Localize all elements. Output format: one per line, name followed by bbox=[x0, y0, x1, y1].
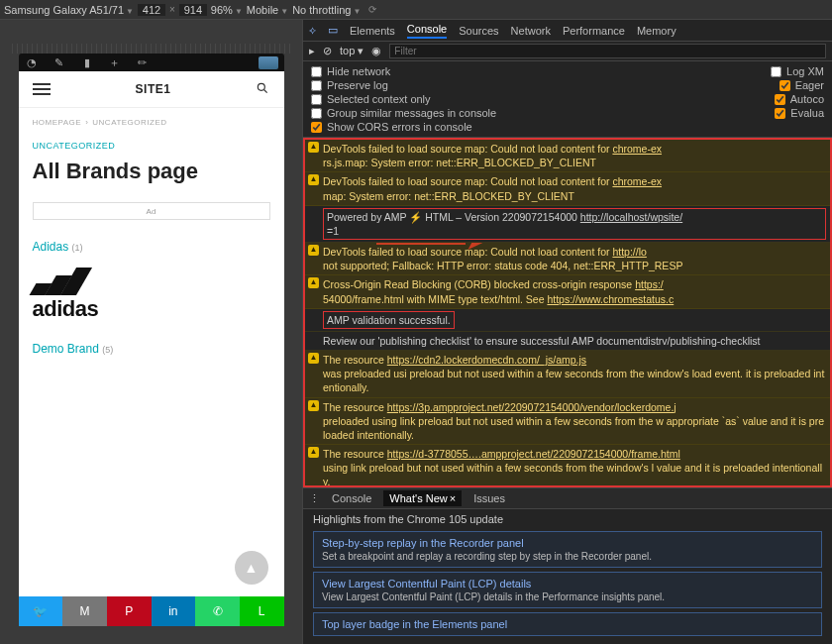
console-message: ▲The resource https://cdn2.lockerdomecdn… bbox=[305, 351, 830, 398]
kebab-icon[interactable]: ⋮ bbox=[309, 492, 320, 505]
device-toolbar: Samsung Galaxy A51/71▼ × 96%▼ Mobile▼ No… bbox=[0, 0, 832, 20]
svg-point-0 bbox=[259, 83, 265, 90]
tab-network[interactable]: Network bbox=[511, 25, 551, 37]
devtools-panel: ⟡ ▭ Elements Console Sources Network Per… bbox=[302, 20, 832, 644]
inspect-icon[interactable]: ⟡ bbox=[309, 24, 316, 37]
console-options: Hide networkLog XMPreserve logEagerSelec… bbox=[303, 61, 832, 138]
tab-console[interactable]: Console bbox=[407, 23, 447, 39]
drawer-tabs: ⋮ Console What's New× Issues bbox=[303, 487, 832, 509]
drawer-issues[interactable]: Issues bbox=[473, 492, 505, 504]
category-label[interactable]: UNCATEGORIZED bbox=[19, 127, 284, 155]
brand-item: Adidas (1) bbox=[19, 230, 284, 258]
console-message: ▲The resource https://3p.ampproject.net/… bbox=[305, 398, 830, 446]
devtools-tabs: ⟡ ▭ Elements Console Sources Network Per… bbox=[303, 20, 832, 42]
drawer-console[interactable]: Console bbox=[332, 492, 371, 504]
console-message: ▲DevTools failed to load source map: Cou… bbox=[305, 243, 830, 275]
height-input[interactable] bbox=[179, 4, 207, 16]
tab-elements[interactable]: Elements bbox=[350, 25, 395, 37]
whatsnew-card[interactable]: View Largest Contentful Paint (LCP) deta… bbox=[313, 572, 822, 608]
console-option[interactable]: Eager bbox=[780, 79, 824, 91]
tab-memory[interactable]: Memory bbox=[637, 25, 676, 37]
line-icon[interactable]: L bbox=[240, 596, 284, 626]
menu-icon[interactable] bbox=[33, 83, 51, 95]
whatsnew-card[interactable]: Top layer badge in the Elements panel bbox=[313, 612, 822, 636]
console-option[interactable]: Hide network bbox=[311, 65, 390, 77]
plus-icon[interactable]: ＋ bbox=[108, 55, 122, 69]
page-title: All Brands page bbox=[19, 155, 284, 192]
social-bar: 🐦 M P in ✆ L bbox=[19, 596, 284, 626]
mode-select[interactable]: Mobile▼ bbox=[247, 4, 288, 16]
site-title: SITE1 bbox=[136, 82, 171, 96]
console-message: ▲DevTools failed to load source map: Cou… bbox=[305, 140, 830, 172]
search-icon[interactable] bbox=[256, 81, 269, 97]
scroll-top-button[interactable]: ▲ bbox=[235, 551, 268, 585]
comment-icon[interactable]: ▮ bbox=[80, 55, 94, 69]
sidebar-icon[interactable]: ▸ bbox=[309, 45, 315, 57]
whatsapp-icon[interactable]: ✆ bbox=[195, 596, 240, 626]
brush-icon[interactable]: ✎ bbox=[52, 55, 66, 69]
console-option[interactable]: Log XM bbox=[771, 65, 824, 77]
console-message: Powered by AMP ⚡ HTML – Version 22090721… bbox=[305, 206, 830, 243]
whatsnew-card[interactable]: Step-by-step replay in the Recorder pane… bbox=[313, 531, 822, 568]
gmail-icon[interactable]: M bbox=[62, 596, 107, 626]
console-messages: ▲DevTools failed to load source map: Cou… bbox=[303, 138, 832, 487]
preview-thumb[interactable] bbox=[259, 56, 278, 69]
tab-performance[interactable]: Performance bbox=[563, 25, 625, 37]
console-message: AMP validation successful. bbox=[305, 309, 830, 332]
device-mode-icon[interactable]: ▭ bbox=[328, 24, 338, 37]
device-preview: ◔ ✎ ▮ ＋ ✏ SITE1 HOMEPAGE›UNCATEGORIZED U… bbox=[0, 20, 302, 644]
ruler bbox=[12, 44, 291, 54]
console-toolbar: ▸ ⊘ top ▾ ◉ bbox=[303, 42, 832, 61]
whatsnew-heading: Highlights from the Chrome 105 update bbox=[313, 513, 822, 525]
rotate-icon[interactable]: ⟳ bbox=[368, 4, 376, 15]
console-option[interactable]: Selected context only bbox=[311, 93, 431, 105]
device-select[interactable]: Samsung Galaxy A51/71▼ bbox=[4, 4, 134, 16]
console-option[interactable]: Show CORS errors in console bbox=[311, 121, 472, 133]
console-option[interactable]: Autoco bbox=[775, 93, 824, 105]
breadcrumb: HOMEPAGE›UNCATEGORIZED bbox=[19, 108, 284, 127]
mobile-viewport: SITE1 HOMEPAGE›UNCATEGORIZED UNCATEGORIZ… bbox=[19, 71, 284, 626]
console-option[interactable]: Evalua bbox=[775, 107, 824, 119]
preview-toolbar: ◔ ✎ ▮ ＋ ✏ bbox=[19, 54, 284, 71]
zoom-select[interactable]: 96%▼ bbox=[211, 4, 243, 16]
brand-item: Demo Brand (5) bbox=[19, 332, 284, 360]
brand-logo: adidas bbox=[19, 258, 284, 332]
eye-icon[interactable]: ◉ bbox=[371, 45, 381, 57]
pencil-icon[interactable]: ✏ bbox=[136, 55, 150, 69]
drawer-whatsnew[interactable]: What's New× bbox=[383, 490, 462, 506]
console-message: ▲DevTools failed to load source map: Cou… bbox=[305, 172, 830, 205]
console-message: Review our 'publishing checklist' to ens… bbox=[305, 332, 830, 351]
pinterest-icon[interactable]: P bbox=[107, 596, 152, 626]
gauge-icon[interactable]: ◔ bbox=[25, 55, 39, 69]
console-message: ▲The resource https://d-3778055….ampproj… bbox=[305, 445, 830, 487]
clear-icon[interactable]: ⊘ bbox=[323, 45, 332, 57]
svg-line-1 bbox=[264, 90, 267, 93]
tab-sources[interactable]: Sources bbox=[459, 25, 498, 37]
whatsnew-panel: Highlights from the Chrome 105 update St… bbox=[303, 509, 832, 644]
ad-placeholder: Ad bbox=[33, 202, 270, 220]
console-option[interactable]: Group similar messages in console bbox=[311, 107, 496, 119]
linkedin-icon[interactable]: in bbox=[152, 596, 196, 626]
twitter-icon[interactable]: 🐦 bbox=[19, 596, 63, 626]
throttle-select[interactable]: No throttling▼ bbox=[292, 4, 361, 16]
context-select[interactable]: top ▾ bbox=[340, 45, 364, 57]
console-message: ▲Cross-Origin Read Blocking (CORB) block… bbox=[305, 275, 830, 308]
filter-input[interactable] bbox=[389, 44, 826, 58]
console-option[interactable]: Preserve log bbox=[311, 79, 388, 91]
close-icon: × bbox=[450, 492, 456, 504]
width-input[interactable] bbox=[138, 4, 165, 16]
